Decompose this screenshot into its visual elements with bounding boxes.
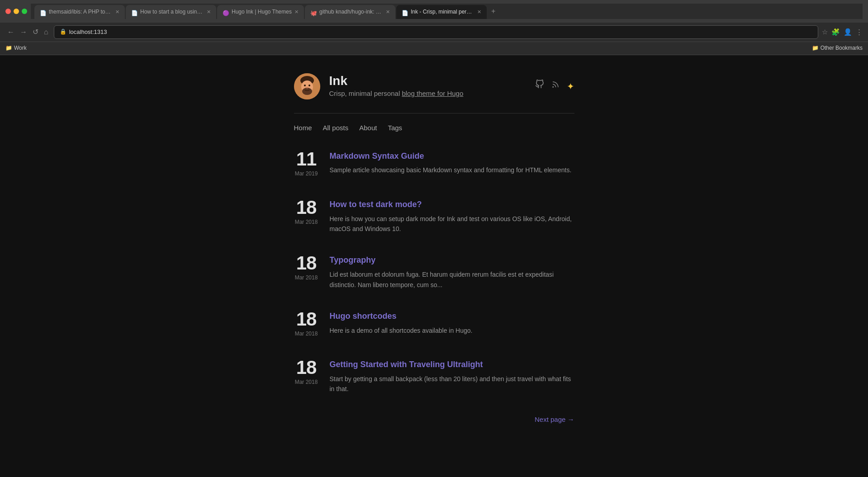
reload-button[interactable]: ↺: [31, 25, 40, 39]
profile-icon[interactable]: 👤: [844, 27, 852, 38]
tab-favicon: 🐙: [310, 9, 317, 15]
post-excerpt: Lid est laborum et dolorum fuga. Et haru…: [330, 269, 574, 290]
site-container: Ink Crisp, minimal personal blog theme f…: [294, 73, 574, 442]
browser-tab[interactable]: 📄 How to start a blog using Hugo ✕: [126, 5, 216, 19]
browser-tab[interactable]: 📄 themsaid/ibis: A PHP tool tha... ✕: [34, 5, 125, 19]
pagination: Next page →: [294, 414, 574, 425]
svg-point-4: [304, 85, 306, 86]
other-bookmarks-folder-icon: 📁: [812, 44, 819, 52]
post-date-month: Mar 2018: [294, 378, 319, 387]
tab-label: Ink - Crisp, minimal personal ...: [411, 8, 474, 16]
minimize-button[interactable]: [14, 9, 19, 14]
svg-point-3: [302, 88, 312, 95]
new-tab-button[interactable]: +: [488, 4, 499, 19]
post-item: 18 Mar 2018 Typography Lid est laborum e…: [294, 254, 574, 290]
post-title[interactable]: Markdown Syntax Guide: [330, 150, 574, 163]
post-date: 11 Mar 2019: [294, 150, 319, 178]
nav-all-posts[interactable]: All posts: [323, 123, 349, 133]
bookmark-item[interactable]: 📁 Work: [5, 44, 27, 52]
rss-icon[interactable]: [551, 80, 560, 93]
svg-point-5: [308, 85, 310, 86]
browser-toolbar: ← → ↺ ⌂ 🔒 localhost:1313 ☆ 🧩 👤 ⋮: [0, 23, 868, 43]
post-body: Markdown Syntax Guide Sample article sho…: [330, 150, 574, 175]
tab-label: How to start a blog using Hugo: [140, 8, 204, 16]
post-item: 18 Mar 2018 Hugo shortcodes Here is a de…: [294, 310, 574, 338]
tab-close-button[interactable]: ✕: [115, 8, 119, 16]
site-header: Ink Crisp, minimal personal blog theme f…: [294, 73, 574, 99]
post-body: Getting Started with Traveling Ultraligh…: [330, 358, 574, 394]
post-title[interactable]: Hugo shortcodes: [330, 310, 574, 323]
post-excerpt: Start by getting a small backpack (less …: [330, 374, 574, 394]
back-button[interactable]: ←: [5, 25, 16, 39]
header-divider: [294, 113, 574, 113]
post-date: 18 Mar 2018: [294, 358, 319, 387]
tab-label: Hugo Ink | Hugo Themes: [232, 8, 292, 16]
svg-point-7: [553, 87, 554, 88]
post-title[interactable]: Getting Started with Traveling Ultraligh…: [330, 358, 574, 371]
star-icon[interactable]: ☆: [822, 27, 828, 38]
bookmark-folder-icon: 📁: [5, 44, 12, 52]
post-body: Hugo shortcodes Here is a demo of all sh…: [330, 310, 574, 335]
tab-favicon: 📄: [40, 9, 46, 15]
lock-icon: 🔒: [60, 28, 66, 36]
post-date: 18 Mar 2018: [294, 198, 319, 227]
post-excerpt: Here is how you can setup dark mode for …: [330, 214, 574, 234]
theme-toggle-icon[interactable]: ✦: [567, 79, 574, 94]
post-excerpt: Here is a demo of all shortcodes availab…: [330, 326, 574, 335]
header-icons: ✦: [535, 79, 574, 94]
tab-favicon: 📄: [402, 9, 408, 15]
browser-titlebar: 📄 themsaid/ibis: A PHP tool tha... ✕ 📄 H…: [0, 0, 868, 23]
other-bookmarks[interactable]: 📁 Other Bookmarks: [812, 44, 863, 52]
github-icon[interactable]: [535, 80, 544, 93]
page-content: Ink Crisp, minimal personal blog theme f…: [0, 55, 868, 477]
address-bar[interactable]: 🔒 localhost:1313: [54, 25, 818, 39]
tab-close-button[interactable]: ✕: [386, 8, 390, 16]
traffic-lights: [5, 9, 27, 14]
tab-favicon: 🟣: [223, 9, 229, 15]
subtitle-text: Crisp, minimal personal: [329, 90, 402, 97]
browser-tab-active[interactable]: 📄 Ink - Crisp, minimal personal ... ✕: [396, 5, 487, 19]
browser-chrome: 📄 themsaid/ibis: A PHP tool tha... ✕ 📄 H…: [0, 0, 868, 55]
post-date: 18 Mar 2018: [294, 254, 319, 282]
maximize-button[interactable]: [22, 9, 27, 14]
extension-icon[interactable]: 🧩: [831, 27, 840, 38]
nav-about[interactable]: About: [359, 123, 377, 133]
bookmark-label: Work: [14, 44, 27, 52]
tab-favicon: 📄: [131, 9, 138, 15]
url-text: localhost:1313: [69, 28, 107, 37]
close-button[interactable]: [5, 9, 11, 14]
post-date-day: 11: [294, 150, 319, 169]
post-date-day: 18: [294, 198, 319, 217]
browser-tab[interactable]: 🐙 github knadh/hugo-ink: Crisp, minima..…: [305, 5, 395, 19]
nav-tags[interactable]: Tags: [388, 123, 402, 133]
nav-buttons: ← → ↺ ⌂: [5, 25, 50, 39]
post-title[interactable]: Typography: [330, 254, 574, 267]
post-date-day: 18: [294, 358, 319, 377]
post-excerpt: Sample article showcasing basic Markdown…: [330, 165, 574, 175]
nav-home[interactable]: Home: [294, 123, 312, 133]
post-date-month: Mar 2018: [294, 330, 319, 338]
svg-point-6: [306, 87, 308, 88]
post-date-month: Mar 2018: [294, 218, 319, 227]
tab-label: github knadh/hugo-ink: Crisp, minima...: [319, 8, 383, 16]
bookmarks-bar: 📁 Work 📁 Other Bookmarks: [0, 42, 868, 55]
forward-button[interactable]: →: [18, 25, 29, 39]
browser-tabs: 📄 themsaid/ibis: A PHP tool tha... ✕ 📄 H…: [31, 4, 863, 19]
post-date-month: Mar 2018: [294, 274, 319, 282]
post-date-month: Mar 2019: [294, 170, 319, 178]
site-subtitle: Crisp, minimal personal blog theme for H…: [329, 88, 535, 99]
post-date-day: 18: [294, 310, 319, 329]
avatar: [294, 73, 320, 99]
toolbar-actions: ☆ 🧩 👤 ⋮: [822, 27, 863, 38]
next-page-link[interactable]: Next page →: [535, 414, 574, 425]
post-title[interactable]: How to test dark mode?: [330, 198, 574, 211]
home-button[interactable]: ⌂: [42, 25, 50, 39]
tab-close-button[interactable]: ✕: [294, 8, 299, 16]
other-bookmarks-label: Other Bookmarks: [821, 44, 863, 52]
menu-icon[interactable]: ⋮: [856, 27, 863, 38]
tab-close-button[interactable]: ✕: [477, 8, 481, 16]
subtitle-link[interactable]: blog theme for Hugo: [402, 90, 463, 97]
browser-tab[interactable]: 🟣 Hugo Ink | Hugo Themes ✕: [217, 5, 304, 19]
tab-label: themsaid/ibis: A PHP tool tha...: [49, 8, 113, 16]
tab-close-button[interactable]: ✕: [207, 8, 211, 16]
